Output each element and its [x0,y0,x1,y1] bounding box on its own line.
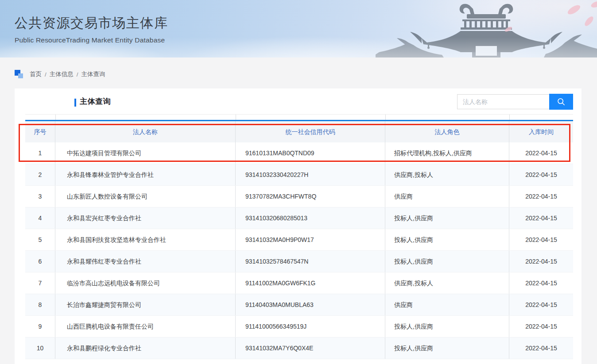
cell-seq: 2 [25,164,55,185]
section-title: 主体查询 [80,96,111,107]
cell-legal-name: 永和县锋泰林业管护专业合作社 [55,164,236,185]
cell-legal-name: 永和县国利扶贫攻坚造林专业合作社 [55,229,236,250]
cell-seq: 8 [25,294,55,315]
cell-legal-name: 中拓达建项目管理有限公司 [55,142,236,164]
breadcrumb-separator: / [77,71,78,78]
cell-credit-code: 93141032330420227H [236,164,385,185]
cell-credit-code: 91610131MAB0QTND09 [236,142,385,164]
table-row: 8 长治市鑫耀捷商贸有限公司 91140403MA0MUBLA63 供应商 20… [25,294,573,316]
table-row: 7 临汾市高山志远机电设备有限公司 91141002MA0GW6FK1G 供应商… [25,272,573,294]
breadcrumb-separator: / [45,71,47,78]
content-card: 主体查询 序号 法人名称 统一社会信用代码 法人角色 入库时间 1 中拓达建项目… [15,88,581,364]
cell-entry-date: 2022-04-15 [509,186,573,207]
cell-credit-code: 91141002MA0GW6FK1G [236,272,385,294]
petal-decoration [504,0,597,32]
cell-legal-name: 永和县宏兴红枣专业合作社 [55,207,236,229]
cell-entry-date: 2022-04-15 [509,294,573,315]
table-body: 1 中拓达建项目管理有限公司 91610131MAB0QTND09 招标代理机构… [25,142,573,359]
cell-seq: 3 [25,186,55,207]
cell-role: 投标人,供应商 [385,207,509,229]
cell-legal-name: 山西巨腾机电设备有限责任公司 [55,316,236,337]
cell-credit-code: 93141032MA0H9P0W17 [236,229,385,250]
cell-legal-name: 临汾市高山志远机电设备有限公司 [55,272,236,294]
cell-role: 供应商 [385,294,509,315]
page-banner: 公共资源交易市场主体库 Public ResourceTrading Marke… [0,0,597,57]
cell-seq: 1 [25,142,55,164]
search-icon [557,97,566,106]
table-row: 4 永和县宏兴红枣专业合作社 931410320680285013 投标人,供应… [25,207,573,229]
breadcrumb-item-entity-query[interactable]: 主体查询 [81,70,105,78]
cell-legal-name: 山东新匠人数控设备有限公司 [55,186,236,207]
cell-entry-date: 2022-04-15 [509,337,573,359]
cell-role: 投标人,供应商 [385,337,509,359]
cell-entry-date: 2022-04-15 [509,207,573,229]
cell-entry-date: 2022-04-15 [509,316,573,337]
table-header-row: 序号 法人名称 统一社会信用代码 法人角色 入库时间 [25,121,573,142]
cell-role: 供应商,投标人 [385,164,509,185]
cell-credit-code: 91370782MA3CHFWT8Q [236,186,385,207]
cell-credit-code: 93141032578467547N [236,251,385,272]
cell-role: 供应商,投标人 [385,272,509,294]
cell-credit-code: 93141032MA7Y6Q0X4E [236,337,385,359]
breadcrumb-icon [15,69,25,79]
table-header-cell-seq: 序号 [25,121,55,142]
table-row: 9 山西巨腾机电设备有限责任公司 91141000566349519J 投标人,… [25,316,573,337]
page-subtitle: Public ResourceTrading Market Entity Dat… [15,36,165,44]
section-title-bar [74,99,76,107]
cell-seq: 5 [25,229,55,250]
cell-credit-code: 931410320680285013 [236,207,385,229]
cell-legal-name: 永和县鹏程绿化专业合作社 [55,337,236,359]
cell-seq: 10 [25,337,55,359]
cell-entry-date: 2022-04-15 [509,142,573,164]
table-row: 1 中拓达建项目管理有限公司 91610131MAB0QTND09 招标代理机构… [25,142,573,164]
table-row: 6 永和县耀伟红枣专业合作社 93141032578467547N 投标人,供应… [25,251,573,272]
cell-seq: 4 [25,207,55,229]
breadcrumb-item-entity-info[interactable]: 主体信息 [50,70,74,78]
table-header-cell-name: 法人名称 [55,121,236,142]
cell-role: 投标人,供应商 [385,251,509,272]
cell-seq: 7 [25,272,55,294]
temple-roof-illustration [376,0,597,57]
cell-role: 招标代理机构,投标人,供应商 [385,142,509,164]
cell-credit-code: 91140403MA0MUBLA63 [236,294,385,315]
column-stub-lines [25,115,573,120]
breadcrumb-item-home[interactable]: 首页 [30,70,42,78]
table-header-cell-code: 统一社会信用代码 [236,121,385,142]
cell-seq: 6 [25,251,55,272]
table-row: 5 永和县国利扶贫攻坚造林专业合作社 93141032MA0H9P0W17 投标… [25,229,573,251]
cell-entry-date: 2022-04-15 [509,251,573,272]
cell-role: 投标人,供应商 [385,229,509,250]
cell-entry-date: 2022-04-15 [509,229,573,250]
search-input[interactable] [457,94,549,109]
cell-entry-date: 2022-04-15 [509,164,573,185]
cell-seq: 9 [25,316,55,337]
page-title: 公共资源交易市场主体库 [15,14,168,32]
cell-legal-name: 长治市鑫耀捷商贸有限公司 [55,294,236,315]
table-row: 10 永和县鹏程绿化专业合作社 93141032MA7Y6Q0X4E 投标人,供… [25,337,573,359]
table-row: 2 永和县锋泰林业管护专业合作社 93141032330420227H 供应商,… [25,164,573,186]
breadcrumb: 首页 / 主体信息 / 主体查询 [15,69,105,80]
table-header-cell-date: 入库时间 [509,121,573,142]
cell-credit-code: 91141000566349519J [236,316,385,337]
search-button[interactable] [549,94,573,110]
cell-role: 投标人,供应商 [385,316,509,337]
table-row: 3 山东新匠人数控设备有限公司 91370782MA3CHFWT8Q 供应商 2… [25,186,573,207]
cell-entry-date: 2022-04-15 [509,272,573,294]
cell-legal-name: 永和县耀伟红枣专业合作社 [55,251,236,272]
cell-role: 供应商 [385,186,509,207]
table-header-cell-role: 法人角色 [385,121,509,142]
